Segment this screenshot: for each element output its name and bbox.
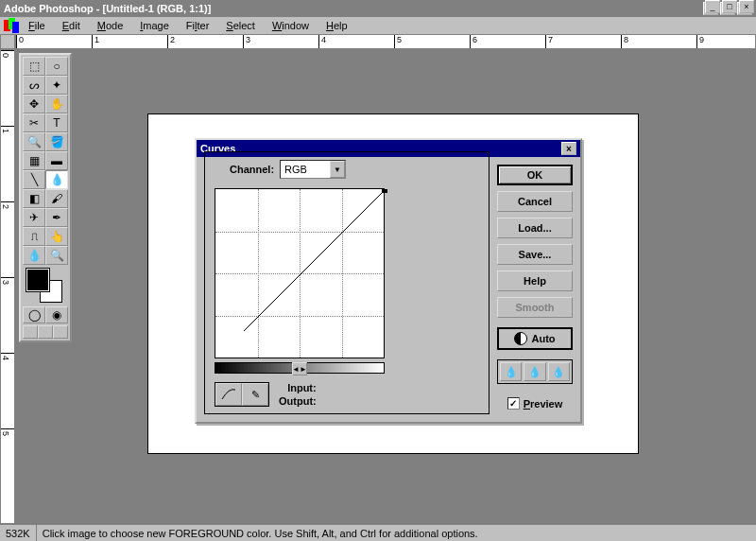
standard-mode[interactable]: ◯ [23,306,45,323]
load-button[interactable]: Load... [497,218,573,238]
curves-dialog: Curves × Channel: RGB ▼ [195,138,582,424]
channel-label: Channel: [230,164,274,175]
gradient-handle[interactable]: ◄► [292,362,307,375]
marquee-tool[interactable]: ⬚ [23,57,45,76]
save-button[interactable]: Save... [497,244,573,265]
menu-mode[interactable]: Mode [90,20,131,31]
quickmask-mode[interactable]: ◉ [45,306,68,323]
eyedropper-gray[interactable]: 💧 [524,362,545,381]
menubar: File Edit Mode Image Filter Select Windo… [0,17,756,34]
curve-line[interactable] [215,189,499,331]
menu-edit[interactable]: Edit [55,20,88,31]
menu-file[interactable]: File [21,20,53,31]
menu-window[interactable]: Window [265,20,317,31]
foreground-color[interactable] [26,269,49,291]
ok-button[interactable]: OK [497,165,573,185]
curve-grid[interactable] [215,188,385,358]
preview-checkbox[interactable]: ✓ [507,397,520,410]
zoom-tool[interactable]: 🔍 [23,132,45,151]
output-label: Output: [279,394,317,408]
screen-mode-3[interactable] [53,325,68,339]
mdi-maximize-button[interactable]: □ [722,0,737,13]
preview-label: Preview [524,398,563,410]
crop-tool[interactable]: ✂ [23,113,45,132]
airbrush-tool[interactable]: ✈ [23,208,45,227]
pencil-tool[interactable]: ╲ [23,170,45,189]
gradient-bar[interactable]: ◄► [215,362,385,374]
stamp-tool[interactable]: ⎍ [23,227,45,246]
dodge-tool[interactable]: 🔍 [45,246,68,265]
color-swatches [23,267,68,305]
menu-image[interactable]: Image [132,20,177,31]
titlebar: Adobe Photoshop - [Untitled-1 (RGB, 1:1)… [0,0,756,17]
ruler-corner [0,34,15,49]
eyedropper-tool[interactable]: 💧 [45,170,68,189]
pen-tool[interactable]: ✒ [45,208,68,227]
screen-mode-2[interactable] [38,325,53,339]
app-title: Adobe Photoshop - [Untitled-1 (RGB, 1:1)… [4,3,703,14]
svg-rect-5 [382,189,387,193]
dialog-close-button[interactable]: × [561,142,576,155]
dropdown-icon: ▼ [330,161,345,178]
app-icon [4,18,19,33]
status-filesize: 532K [0,525,37,541]
mdi-minimize-button[interactable]: _ [705,0,720,13]
menu-help[interactable]: Help [318,20,355,31]
auto-icon [514,332,527,345]
magic-wand-tool[interactable]: ✦ [45,76,68,95]
svg-line-3 [215,189,386,331]
curve-mode-pencil[interactable]: ✎ [242,383,268,406]
eyedropper-white[interactable]: 💧 [548,362,570,381]
eyedropper-group: 💧 💧 💧 [497,359,573,384]
eraser-tool[interactable]: ◧ [23,189,45,208]
move-tool[interactable]: ✥ [23,95,45,113]
input-label: Input: [279,381,317,394]
blur-tool[interactable]: 💧 [23,246,45,265]
ruler-horizontal: 0 1 2 3 4 5 6 7 8 9 [15,34,756,49]
smudge-tool[interactable]: 👆 [45,227,68,246]
statusbar: 532K Click image to choose new FOREGROUN… [0,524,756,541]
channel-value: RGB [284,164,307,175]
workspace: ⬚○ ᔕ✦ ✥✋ ✂T 🔍🪣 ▦▬ ╲💧 ◧🖌 ✈✒ ⎍👆 💧🔍 ◯◉ Curv… [15,49,756,524]
auto-button[interactable]: Auto [497,327,573,350]
line-tool[interactable]: ▬ [45,151,68,170]
ellipse-marquee-tool[interactable]: ○ [45,57,68,76]
menu-filter[interactable]: Filter [179,20,216,31]
svg-rect-2 [12,22,19,33]
smooth-button: Smooth [497,297,573,318]
menu-select[interactable]: Select [218,20,263,31]
toolbox: ⬚○ ᔕ✦ ✥✋ ✂T 🔍🪣 ▦▬ ╲💧 ◧🖌 ✈✒ ⎍👆 💧🔍 ◯◉ [19,53,72,342]
type-tool[interactable]: T [45,113,68,132]
screen-mode-1[interactable] [23,325,38,339]
brush-tool[interactable]: 🖌 [45,189,68,208]
lasso-tool[interactable]: ᔕ [23,76,45,95]
paint-bucket-tool[interactable]: 🪣 [45,132,68,151]
hand-tool[interactable]: ✋ [45,95,68,113]
help-button[interactable]: Help [497,270,573,291]
cancel-button[interactable]: Cancel [497,191,573,212]
ruler-vertical: 0 1 2 3 4 5 [0,49,15,524]
channel-select[interactable]: RGB ▼ [280,160,346,179]
curve-mode-spline[interactable] [215,383,242,406]
mdi-close-button[interactable]: × [739,0,754,13]
gradient-tool[interactable]: ▦ [23,151,45,170]
status-hint: Click image to choose new FOREGROUND col… [37,525,756,541]
eyedropper-black[interactable]: 💧 [500,362,522,381]
